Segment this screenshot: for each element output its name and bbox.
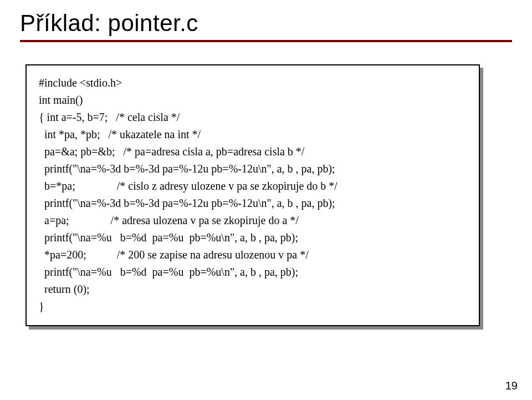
title-rule — [20, 40, 512, 42]
code-line: printf("\na=%-3d b=%-3d pa=%-12u pb=%-12… — [39, 195, 467, 212]
code-line: { int a=-5, b=7; /* cela cisla */ — [39, 109, 467, 126]
page-title: Příklad: pointer.c — [20, 10, 512, 37]
code-line: } — [39, 298, 467, 315]
slide: Příklad: pointer.c #include <stdio.h> in… — [0, 0, 532, 400]
code-line: printf("\na=%u b=%d pa=%u pb=%u\n", a, b… — [39, 229, 467, 246]
code-line: pa=&a; pb=&b; /* pa=adresa cisla a, pb=a… — [39, 143, 467, 160]
code-line: b=*pa; /* cislo z adresy ulozene v pa se… — [39, 178, 467, 195]
code-line: printf("\na=%u b=%d pa=%u pb=%u\n", a, b… — [39, 264, 467, 281]
code-line: *pa=200; /* 200 se zapise na adresu uloz… — [39, 246, 467, 264]
code-block: #include <stdio.h> int main() { int a=-5… — [25, 64, 480, 326]
code-line: int *pa, *pb; /* ukazatele na int */ — [39, 126, 467, 143]
code-line: a=pa; /* adresa ulozena v pa se zkopiruj… — [39, 212, 467, 229]
page-number: 19 — [505, 379, 518, 392]
code-line: int main() — [39, 92, 467, 109]
code-line: return (0); — [39, 281, 467, 298]
code-line: printf("\na=%-3d b=%-3d pa=%-12u pb=%-12… — [39, 160, 467, 178]
code-line: #include <stdio.h> — [39, 74, 467, 92]
